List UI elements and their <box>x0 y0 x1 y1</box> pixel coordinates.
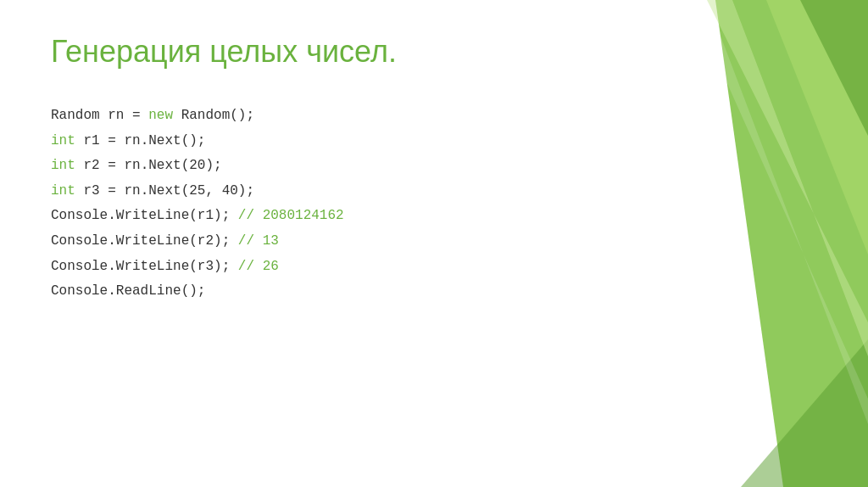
code-line-8: Console.ReadLine(); <box>51 279 817 305</box>
code-text: Random rn = <box>51 108 148 123</box>
code-block: Random rn = new Random(); int r1 = rn.Ne… <box>51 104 817 305</box>
code-line-4: int r3 = rn.Next(25, 40); <box>51 179 817 204</box>
comment-text: // 13 <box>238 233 279 249</box>
code-line-3: int r2 = rn.Next(20); <box>51 154 817 179</box>
code-text: Console.WriteLine(r1); <box>51 208 238 223</box>
slide-title: Генерация целых чисел. <box>51 34 817 70</box>
slide: Генерация целых чисел. Random rn = new R… <box>0 0 868 487</box>
code-text: r1 = rn.Next(); <box>75 133 206 148</box>
code-line-2: int r1 = rn.Next(); <box>51 129 817 154</box>
slide-content: Генерация целых чисел. Random rn = new R… <box>0 0 868 339</box>
keyword-int: int <box>51 133 75 148</box>
code-line-5: Console.WriteLine(r1); // 2080124162 <box>51 204 817 229</box>
code-line-6: Console.WriteLine(r2); // 13 <box>51 229 817 255</box>
code-line-7: Console.WriteLine(r3); // 26 <box>51 255 817 280</box>
comment-text: // 26 <box>238 259 279 274</box>
code-text: Console.WriteLine(r2); <box>51 233 238 249</box>
code-text: Random(); <box>173 108 254 123</box>
code-line-1: Random rn = new Random(); <box>51 104 817 129</box>
svg-marker-3 <box>741 339 868 487</box>
keyword-int: int <box>51 183 75 199</box>
code-text: r2 = rn.Next(20); <box>75 158 222 173</box>
code-text: Console.ReadLine(); <box>51 283 205 299</box>
comment-text: // 2080124162 <box>238 208 344 223</box>
keyword-new: new <box>148 108 173 123</box>
keyword-int: int <box>51 158 75 173</box>
code-text: Console.WriteLine(r3); <box>51 259 238 274</box>
code-text: r3 = rn.Next(25, 40); <box>75 183 254 199</box>
